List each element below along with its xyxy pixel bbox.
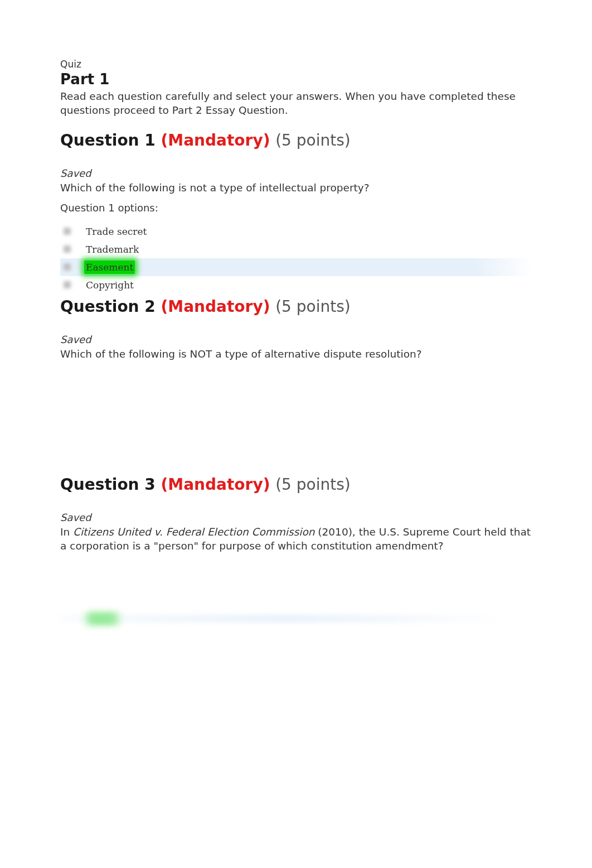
option-row-selected[interactable]: Easement bbox=[60, 258, 532, 276]
blurred-content-region bbox=[60, 373, 532, 462]
saved-status: Saved bbox=[60, 167, 532, 179]
instructions-text: Read each question carefully and select … bbox=[60, 90, 532, 118]
radio-icon[interactable] bbox=[64, 281, 71, 288]
option-text: Trademark bbox=[84, 243, 140, 256]
question-number: Question 2 bbox=[60, 297, 156, 316]
points-label: (5 points) bbox=[275, 131, 351, 150]
option-text: Copyright bbox=[84, 278, 135, 292]
mandatory-label: (Mandatory) bbox=[161, 131, 270, 150]
quiz-header: Quiz Part 1 Read each question carefully… bbox=[60, 59, 532, 118]
option-text: Trade secret bbox=[84, 225, 148, 238]
question-number: Question 3 bbox=[60, 475, 156, 494]
quiz-label: Quiz bbox=[60, 59, 532, 70]
question-3-text: In Citizens United v. Federal Election C… bbox=[60, 525, 532, 553]
radio-icon[interactable] bbox=[64, 245, 71, 253]
radio-icon[interactable] bbox=[64, 263, 71, 271]
question-1-options: Trade secret Trademark Easement Copyrigh… bbox=[60, 223, 532, 294]
saved-status: Saved bbox=[60, 334, 532, 345]
option-row[interactable]: Trademark bbox=[60, 240, 532, 258]
part-heading: Part 1 bbox=[60, 71, 532, 88]
points-label: (5 points) bbox=[275, 297, 351, 316]
question-3-heading: Question 3 (Mandatory) (5 points) bbox=[60, 475, 532, 494]
mandatory-label: (Mandatory) bbox=[161, 475, 270, 494]
question-1-text: Which of the following is not a type of … bbox=[60, 181, 532, 195]
radio-icon[interactable] bbox=[64, 228, 71, 235]
question-2-heading: Question 2 (Mandatory) (5 points) bbox=[60, 297, 532, 316]
question-number: Question 1 bbox=[60, 131, 156, 150]
blurred-content-region bbox=[60, 615, 532, 625]
question-2-text: Which of the following is NOT a type of … bbox=[60, 348, 532, 361]
saved-status: Saved bbox=[60, 512, 532, 523]
q3-prefix: In bbox=[60, 526, 73, 538]
q3-case-citation: Citizens United v. Federal Election Comm… bbox=[73, 526, 314, 538]
points-label: (5 points) bbox=[275, 475, 351, 494]
option-row[interactable]: Trade secret bbox=[60, 223, 532, 240]
option-row[interactable]: Copyright bbox=[60, 276, 532, 294]
question-1-options-label: Question 1 options: bbox=[60, 202, 532, 214]
option-text-highlighted: Easement bbox=[84, 261, 135, 274]
mandatory-label: (Mandatory) bbox=[161, 297, 270, 316]
question-1-heading: Question 1 (Mandatory) (5 points) bbox=[60, 131, 532, 150]
